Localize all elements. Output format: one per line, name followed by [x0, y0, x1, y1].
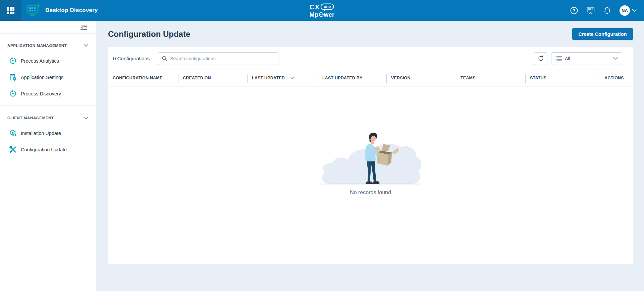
- waffle-icon: [6, 6, 15, 15]
- logo-one-bubble: one: [321, 4, 334, 10]
- sidebar-item-process-discovery[interactable]: Process Discovery: [0, 85, 96, 102]
- configurations-count: 0 Configurations: [113, 56, 150, 61]
- sidebar-collapse-row: [0, 21, 96, 34]
- sidebar-item-label: Process Analytics: [21, 58, 59, 64]
- section-label: APPLICATION MANAGEMENT: [7, 44, 67, 48]
- page-title: Configuration Update: [108, 29, 190, 39]
- help-icon[interactable]: ?: [570, 6, 578, 15]
- user-menu-chevron-down-icon: [632, 9, 637, 12]
- main-content: Configuration Update Create Configuratio…: [96, 21, 644, 291]
- empty-state: No records found: [108, 86, 633, 264]
- top-bar: Desktop Discovery CX one Mpwer ?: [0, 0, 644, 21]
- logo-cx-text: CX: [310, 3, 320, 10]
- avatar[interactable]: NA: [620, 5, 630, 16]
- application-settings-icon: [9, 73, 17, 81]
- sidebar-divider: [0, 105, 96, 105]
- configurations-card: 0 Configurations: [108, 47, 633, 264]
- sidebar-item-label: Configuration Update: [21, 147, 67, 152]
- svg-text:?: ?: [573, 8, 576, 13]
- section-client-management: CLIENT MANAGEMENT Installation Update: [0, 111, 96, 158]
- sidebar-item-application-settings[interactable]: Application Settings: [0, 69, 96, 85]
- table-header-row: CONFIGURATION NAME CREATED ON LAST UPDAT…: [108, 70, 633, 86]
- refresh-button[interactable]: [534, 52, 547, 65]
- column-header-status[interactable]: STATUS: [525, 70, 595, 86]
- page-header: Configuration Update Create Configuratio…: [108, 28, 633, 40]
- sidebar-item-label: Application Settings: [21, 75, 63, 80]
- app-brand: Desktop Discovery: [26, 3, 98, 17]
- filter-selected-value: All: [565, 56, 610, 61]
- sidebar-item-process-analytics[interactable]: Process Analytics: [0, 53, 96, 69]
- configuration-update-icon: [9, 146, 17, 153]
- filter-chevron-down-icon: [613, 57, 618, 60]
- section-label: CLIENT MANAGEMENT: [7, 116, 54, 120]
- sidebar-item-label: Installation Update: [21, 131, 61, 136]
- column-header-configuration-name[interactable]: CONFIGURATION NAME: [108, 70, 178, 86]
- sidebar-nav: APPLICATION MANAGEMENT Process Analytics: [0, 34, 96, 158]
- status-filter-dropdown[interactable]: All: [551, 52, 622, 65]
- logo-robot-icon: [319, 12, 323, 17]
- search-input[interactable]: [170, 56, 275, 61]
- notifications-bell-icon[interactable]: [603, 6, 611, 15]
- logo-mp-text: Mp: [310, 12, 319, 18]
- column-header-teams[interactable]: TEAMS: [456, 70, 525, 86]
- column-header-actions: ACTIONS: [595, 70, 633, 86]
- sort-chevron-down-icon[interactable]: [290, 77, 294, 79]
- user-menu[interactable]: NA: [620, 5, 637, 16]
- refresh-icon: [538, 55, 544, 62]
- section-header-application-management[interactable]: APPLICATION MANAGEMENT: [0, 39, 96, 53]
- empty-state-message: No records found: [350, 190, 391, 196]
- sidebar-item-installation-update[interactable]: Installation Update: [0, 125, 96, 141]
- section-application-management: APPLICATION MANAGEMENT Process Analytics: [0, 39, 96, 102]
- logo-wer-text: wer: [324, 12, 334, 18]
- top-actions: ? NA: [570, 5, 644, 16]
- empty-state-illustration: [317, 124, 424, 187]
- guide-presentation-icon[interactable]: [586, 6, 595, 15]
- create-configuration-button[interactable]: Create Configuration: [572, 28, 633, 40]
- app-launcher-button[interactable]: [0, 0, 21, 21]
- list-filter-icon: [555, 56, 562, 61]
- chevron-down-icon: [84, 44, 88, 47]
- column-header-created-on[interactable]: CREATED ON: [178, 70, 247, 86]
- desktop-discovery-logo-icon: [26, 3, 41, 17]
- section-header-client-management[interactable]: CLIENT MANAGEMENT: [0, 111, 96, 125]
- sidebar: APPLICATION MANAGEMENT Process Analytics: [0, 21, 96, 291]
- column-header-last-updated-by[interactable]: LAST UPDATED BY: [318, 70, 386, 86]
- column-header-version[interactable]: VERSION: [386, 70, 456, 86]
- card-toolbar: 0 Configurations: [108, 47, 633, 70]
- column-header-last-updated[interactable]: LAST UPDATED: [247, 70, 318, 86]
- sidebar-item-configuration-update[interactable]: Configuration Update: [0, 141, 96, 158]
- process-analytics-icon: [9, 57, 17, 65]
- installation-update-icon: [9, 129, 17, 137]
- process-discovery-icon: [9, 90, 17, 97]
- app-title: Desktop Discovery: [45, 7, 98, 14]
- sidebar-item-label: Process Discovery: [21, 91, 61, 96]
- collapse-sidebar-icon[interactable]: [79, 23, 89, 31]
- search-icon: [162, 56, 167, 61]
- cxone-mpower-logo: CX one Mpwer: [310, 3, 335, 18]
- search-box: [158, 52, 278, 65]
- chevron-down-icon: [84, 117, 88, 119]
